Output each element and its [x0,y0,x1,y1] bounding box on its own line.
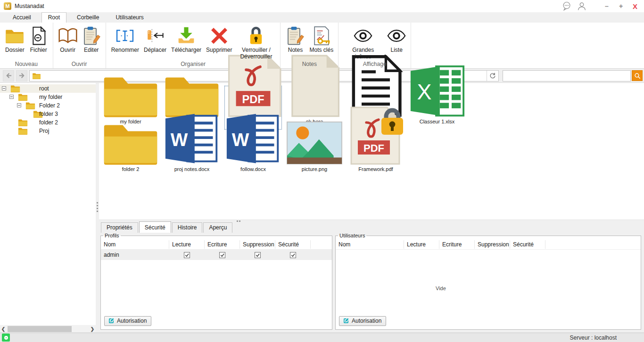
ribbon-group-label: Organiser [106,61,281,67]
tree-horizontal-scrollbar[interactable]: ❮❯ [0,325,96,333]
ribbon-button-dossier[interactable]: Dossier [3,25,27,54]
refresh-icon [489,73,496,79]
details-tab-apercu[interactable]: Aperçu [203,222,232,233]
users-groupbox-title: Utilisateurs [338,233,366,238]
new-file-icon [29,26,48,46]
user-icon[interactable] [577,1,586,11]
search-button[interactable] [632,70,643,81]
tab-corbeille[interactable]: Corbeille [71,12,105,23]
tree-item-label: root [39,85,49,92]
chat-icon[interactable] [562,1,571,11]
users-authorization-button[interactable]: Autorisation [339,316,386,326]
server-status-label: Serveur : localhost [570,334,644,341]
file-item-picture-png[interactable]: picture.png [286,133,343,177]
checkbox-suppression[interactable] [255,252,261,258]
ribbon-button-editer[interactable]: Editer [80,25,103,54]
scroll-left-icon[interactable]: ❮ [0,326,7,332]
search-input[interactable] [503,70,631,81]
ribbon-button-mots-cles[interactable]: Mots clés [307,25,336,54]
tree-expander-icon[interactable] [17,103,21,107]
ribbon-button-ouvrir[interactable]: Ouvrir [56,25,80,54]
word-icon: W [164,112,220,165]
tree-expander-icon[interactable] [2,86,6,90]
scroll-right-icon[interactable]: ❯ [89,326,96,332]
tab-accueil[interactable]: Accueil [7,12,37,23]
file-item-framework-pdf[interactable]: PDFFramework.pdf [347,133,405,177]
permission-cell [169,252,205,258]
close-button[interactable]: X [631,2,639,10]
window-title: Mustanadat [15,3,44,9]
ribbon-button-fichier[interactable]: Fichier [27,25,50,54]
download-icon [177,26,196,46]
checkbox-ecriture[interactable] [219,252,225,258]
tab-utilisateurs[interactable]: Utilisateurs [109,12,149,23]
column-header-ecriture: Ecriture [439,240,475,249]
column-header-suppression: Suppression [240,240,275,249]
titlebar-controls: – + X [556,1,644,11]
excel-icon: X [409,65,465,117]
ribbon-button-supprimer[interactable]: Supprimer [204,25,234,54]
tree-item-proj[interactable]: Proj [0,127,96,135]
ribbon-group-label: Notes [281,61,338,67]
column-header-securite: Sécurité [510,240,545,249]
ribbon-button-label: Renommer [111,47,139,53]
scrollbar-thumb[interactable] [8,326,72,332]
word-icon: W [225,112,281,165]
tree-expander-icon[interactable] [9,95,14,99]
folder-icon [17,127,29,135]
svg-text:W: W [232,129,249,149]
vertical-splitter[interactable] [96,83,99,333]
ribbon-button-label: Mots clés [309,47,333,53]
file-item-proj-notes-docx[interactable]: Wproj notes.docx [163,133,221,177]
tab-root[interactable]: Root [41,12,66,23]
folder-tree-panel: rootmy folderFolder 2folder 3folder 2Pro… [0,83,96,333]
maximize-button[interactable]: + [617,2,625,10]
horizontal-splitter[interactable] [99,216,644,220]
tree-item-folder-2[interactable]: folder 2 [0,118,96,127]
profiles-authorization-button[interactable]: Autorisation [104,316,151,326]
ribbon-button-renommer[interactable]: Renommer [109,25,141,54]
ribbon-button-label: Déplacer [144,47,166,53]
table-header-row: NomLectureEcritureSuppressionSécurité [101,239,332,250]
file-name-label: Classeur 1.xlsx [420,119,455,124]
file-item-follow-docx[interactable]: Wfollow.docx [224,133,282,177]
minimize-button[interactable]: – [603,2,611,10]
checkbox-lecture[interactable] [184,252,190,258]
search-icon [634,73,641,79]
file-item-folder-2[interactable]: folder 2 [102,133,159,177]
ribbon-group-organiser: RenommerDéplacerTéléchargerSupprimerVerr… [106,23,281,68]
details-tab-securite[interactable]: Sécurité [139,221,171,233]
ribbon-button-liste[interactable]: Liste [385,25,408,54]
ribbon-button-label: Fichier [30,47,47,53]
ribbon-button-label: Ouvrir [60,47,75,53]
tree-item-label: Folder 2 [39,102,60,109]
ribbon-button-notes[interactable]: Notes [283,25,307,54]
ribbon-button-label: Notes [288,47,303,53]
ribbon-button-label: Liste [390,47,402,53]
details-tab-histoire[interactable]: Histoire [172,222,203,233]
file-name-label: Framework.pdf [358,166,393,172]
ribbon-button-telecharger[interactable]: Télécharger [169,25,204,54]
ribbon: DossierFichierNouveauOuvrirEditerOuvrirR… [0,23,644,69]
tree-item-folder-2[interactable]: Folder 2 [0,101,96,110]
tree-item-folder-3[interactable]: folder 3 [0,110,96,118]
rename-icon [116,26,134,46]
folder-icon [17,119,29,126]
back-button[interactable] [3,70,14,81]
ribbon-button-verrouiller-deverrouiller[interactable]: Verrouiller / Déverrouiller [234,25,278,61]
tree-item-label: my folder [39,94,62,100]
folder-icon [32,73,41,79]
tree-item-my-folder[interactable]: my folder [0,93,96,101]
ribbon-button-deplacer[interactable]: Déplacer [141,25,169,54]
ribbon-button-grandes-icones[interactable]: Grandes icônes [341,25,385,61]
svg-text:PDF: PDF [363,142,384,154]
empty-list-label: Vide [436,285,446,291]
file-item-classeur-1-xlsx[interactable]: XClasseur 1.xlsx [408,86,466,130]
checkbox-securite[interactable] [290,252,296,258]
refresh-button[interactable] [487,71,498,81]
move-icon [146,26,165,46]
table-row-admin[interactable]: admin [101,250,332,260]
tree-item-root[interactable]: root [0,84,96,93]
details-tab-proprietes[interactable]: Propriétés [101,222,138,233]
forward-button[interactable] [16,70,27,81]
